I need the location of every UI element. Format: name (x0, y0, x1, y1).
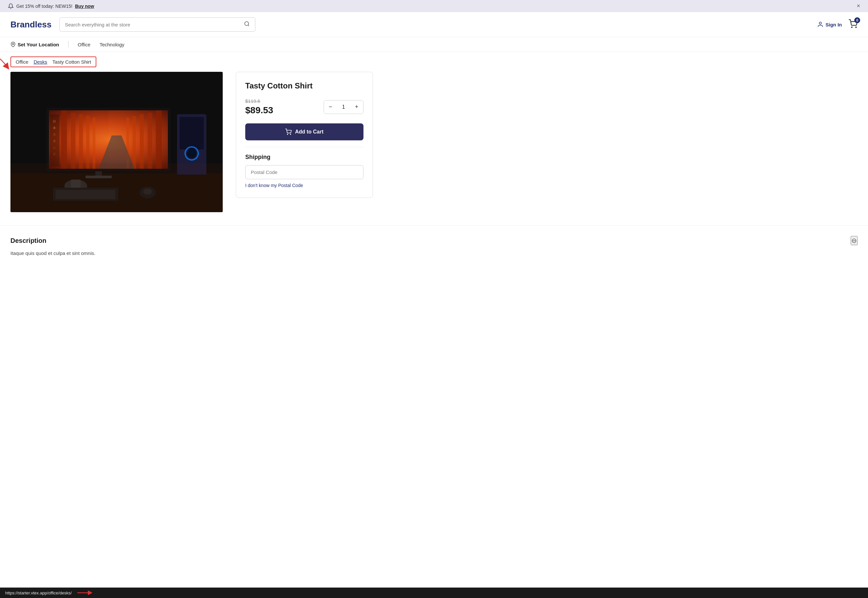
cart-icon-btn (285, 129, 292, 135)
svg-text:本: 本 (53, 126, 56, 130)
promo-text: Get 15% off today: NEW15! (16, 4, 72, 9)
nav-link-office[interactable]: Office (78, 42, 90, 47)
bell-icon (8, 3, 14, 9)
search-input[interactable] (65, 22, 241, 27)
svg-text:ス: ス (53, 133, 56, 136)
location-pin-icon (10, 42, 16, 47)
original-price: $119.6 (245, 98, 273, 104)
quantity-value: 1 (337, 104, 350, 110)
promo-bar: Get 15% off today: NEW15! Buy now × (0, 0, 868, 12)
breadcrumb-desks[interactable]: Desks (34, 59, 47, 64)
svg-rect-15 (71, 113, 75, 169)
svg-point-45 (290, 134, 291, 135)
sign-in-label: Sign In (826, 22, 842, 27)
description-toggle-button[interactable]: ⊖ (851, 236, 858, 245)
svg-rect-43 (10, 163, 223, 212)
svg-rect-16 (79, 114, 83, 169)
postal-code-input[interactable] (245, 165, 364, 179)
postal-code-help-link[interactable]: I don't know my Postal Code (245, 183, 303, 188)
current-price: $89.53 (245, 105, 273, 115)
quantity-decrease-button[interactable]: − (324, 100, 337, 114)
price-block: $119.6 $89.53 (245, 98, 273, 115)
svg-text:ド: ド (53, 152, 56, 156)
svg-rect-21 (140, 114, 144, 169)
price-qty-row: $119.6 $89.53 − 1 + (245, 98, 364, 115)
svg-point-4 (856, 27, 856, 27)
annotation-arrow (0, 52, 10, 72)
cart-button[interactable]: 0 (849, 19, 858, 30)
svg-point-5 (12, 43, 14, 45)
shipping-title: Shipping (245, 154, 364, 161)
sign-in-button[interactable]: Sign In (817, 21, 842, 28)
logo[interactable]: Brandless (10, 19, 52, 30)
quantity-increase-button[interactable]: + (350, 100, 363, 114)
svg-rect-20 (148, 113, 152, 169)
svg-rect-22 (133, 116, 136, 169)
header: Brandless Sign In 0 (0, 12, 868, 37)
product-image-section: 日 本 ス タ ン ド (10, 72, 223, 212)
svg-point-44 (287, 134, 288, 135)
add-to-cart-button[interactable]: Add to Cart (245, 123, 364, 141)
breadcrumb-office[interactable]: Office (16, 59, 28, 64)
add-to-cart-label: Add to Cart (295, 129, 323, 135)
description-header: Description ⊖ (10, 236, 858, 245)
svg-point-0 (245, 21, 248, 25)
promo-link[interactable]: Buy now (75, 4, 94, 9)
svg-text:タ: タ (53, 139, 56, 143)
quantity-control: − 1 + (323, 100, 364, 114)
svg-text:ン: ン (53, 146, 56, 149)
nav-link-technology[interactable]: Technology (100, 42, 124, 47)
svg-rect-14 (61, 110, 67, 169)
product-info-panel: Tasty Cotton Shirt $119.6 $89.53 − 1 + A… (236, 72, 373, 198)
svg-rect-18 (93, 118, 95, 169)
svg-line-1 (248, 25, 249, 26)
price-section: $119.6 $89.53 − 1 + (245, 98, 364, 115)
product-title: Tasty Cotton Shirt (245, 81, 364, 90)
search-bar (60, 17, 255, 32)
main-content: 日 本 ス タ ン ド (0, 72, 457, 225)
user-icon (817, 21, 823, 28)
breadcrumb-wrapper: Office Desks Tasty Cotton Shirt (0, 52, 868, 72)
breadcrumb: Office Desks Tasty Cotton Shirt (10, 57, 96, 67)
header-right: Sign In 0 (817, 19, 858, 30)
set-location-button[interactable]: Set Your Location (10, 42, 59, 47)
search-icon[interactable] (244, 21, 250, 28)
description-title: Description (10, 237, 46, 245)
promo-bar-content: Get 15% off today: NEW15! Buy now (8, 3, 94, 9)
nav-bar: Set Your Location Office Technology (0, 37, 868, 52)
svg-rect-19 (156, 110, 162, 169)
promo-close-button[interactable]: × (857, 3, 860, 9)
description-text: Itaque quis quod et culpa et sint omnis. (10, 250, 858, 256)
location-label: Set Your Location (18, 42, 59, 47)
shipping-section: Shipping I don't know my Postal Code (245, 147, 364, 188)
description-section: Description ⊖ Itaque quis quod et culpa … (0, 225, 868, 269)
svg-text:日: 日 (53, 120, 56, 123)
nav-divider (68, 41, 69, 48)
svg-point-2 (819, 22, 822, 24)
breadcrumb-product: Tasty Cotton Shirt (52, 59, 91, 64)
svg-point-3 (852, 27, 852, 27)
svg-rect-17 (86, 116, 90, 169)
cart-badge: 0 (854, 17, 860, 23)
product-image: 日 本 ス タ ン ド (10, 72, 223, 212)
